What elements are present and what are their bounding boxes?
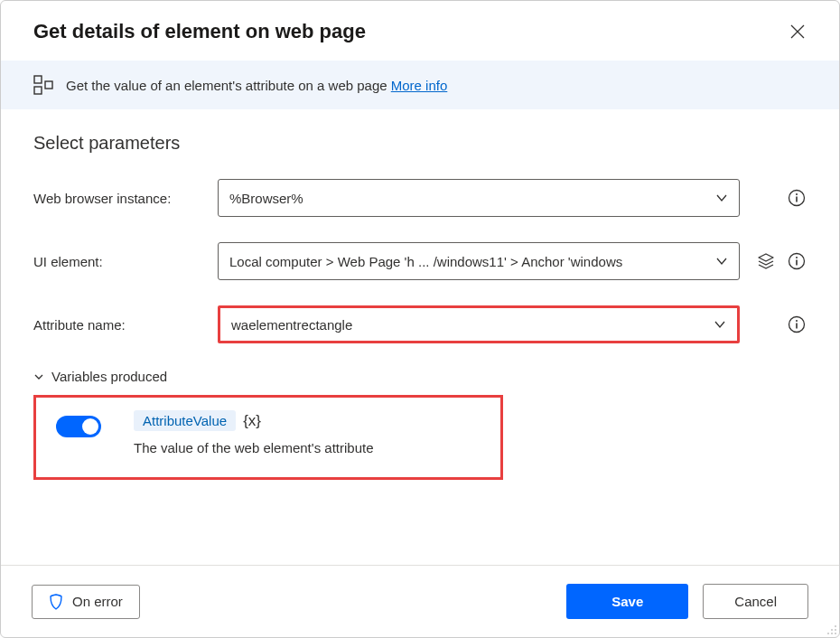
svg-point-12	[835, 625, 836, 627]
browser-value: %Browser%	[229, 191, 708, 206]
shield-icon	[49, 594, 63, 610]
close-button[interactable]	[783, 17, 812, 46]
svg-rect-2	[45, 81, 52, 89]
svg-rect-8	[796, 260, 798, 266]
svg-point-16	[831, 633, 833, 634]
info-text: Get the value of an element's attribute …	[66, 78, 391, 93]
variable-chip-row: AttributeValue {x}	[134, 410, 484, 431]
info-icon	[788, 189, 806, 207]
element-info-button[interactable]	[787, 251, 807, 271]
chevron-down-icon	[715, 192, 728, 204]
attribute-info-button[interactable]	[787, 314, 807, 334]
variables-header-label: Variables produced	[51, 369, 167, 384]
footer-right: Save Cancel	[566, 584, 808, 619]
info-bar: Get the value of an element's attribute …	[1, 61, 839, 109]
browser-label: Web browser instance:	[33, 191, 205, 206]
info-text-container: Get the value of an element's attribute …	[66, 78, 447, 93]
browser-control: %Browser%	[218, 179, 740, 217]
svg-point-14	[835, 633, 836, 634]
param-row-attribute: Attribute name: waelementrectangle	[33, 305, 807, 343]
browser-info-button[interactable]	[787, 188, 807, 208]
svg-point-10	[796, 320, 798, 322]
attribute-select[interactable]: waelementrectangle	[218, 305, 740, 343]
grid-icon	[33, 75, 53, 95]
svg-point-4	[796, 193, 798, 195]
on-error-button[interactable]: On error	[32, 585, 140, 619]
variable-toggle[interactable]	[56, 416, 101, 437]
svg-point-13	[835, 629, 836, 631]
svg-rect-5	[796, 197, 798, 202]
svg-point-15	[831, 629, 833, 631]
dialog-body: Select parameters Web browser instance: …	[1, 109, 839, 565]
dialog: Get details of element on web page Get t…	[0, 0, 840, 638]
svg-rect-0	[34, 76, 42, 83]
resize-grip-icon[interactable]	[825, 623, 837, 635]
element-picker-button[interactable]	[756, 251, 776, 271]
attribute-control: waelementrectangle	[218, 305, 740, 343]
param-row-element: UI element: Local computer > Web Page 'h…	[33, 242, 807, 280]
variables-section: Variables produced AttributeValue {x} Th…	[33, 369, 807, 480]
variables-header[interactable]: Variables produced	[33, 369, 807, 384]
attribute-value: waelementrectangle	[231, 317, 706, 333]
param-row-browser: Web browser instance: %Browser%	[33, 179, 807, 217]
element-control: Local computer > Web Page 'h ... /window…	[218, 242, 740, 280]
layers-icon	[757, 252, 775, 270]
variable-description: The value of the web element's attribute	[134, 440, 484, 455]
svg-point-7	[796, 257, 798, 258]
svg-rect-1	[34, 87, 42, 94]
info-icon	[788, 315, 806, 333]
dialog-header: Get details of element on web page	[1, 1, 839, 61]
info-icon	[788, 252, 806, 270]
section-title: Select parameters	[33, 133, 807, 154]
variable-symbol: {x}	[243, 412, 261, 430]
on-error-label: On error	[72, 594, 123, 609]
dialog-title: Get details of element on web page	[33, 20, 366, 43]
more-info-link[interactable]: More info	[391, 78, 448, 93]
save-button[interactable]: Save	[566, 584, 688, 619]
chevron-down-icon	[715, 255, 728, 267]
svg-point-17	[827, 633, 829, 634]
chevron-down-icon	[714, 318, 726, 331]
attribute-label: Attribute name:	[33, 317, 205, 333]
dialog-footer: On error Save Cancel	[1, 565, 839, 637]
variable-details: AttributeValue {x} The value of the web …	[134, 410, 484, 455]
cancel-button[interactable]: Cancel	[703, 584, 808, 619]
element-label: UI element:	[33, 254, 205, 269]
element-value: Local computer > Web Page 'h ... /window…	[229, 254, 708, 269]
browser-select[interactable]: %Browser%	[218, 179, 740, 217]
variable-chip[interactable]: AttributeValue	[134, 410, 236, 431]
variables-content: AttributeValue {x} The value of the web …	[33, 395, 503, 480]
chevron-down-icon	[33, 371, 44, 382]
element-select[interactable]: Local computer > Web Page 'h ... /window…	[218, 242, 740, 280]
close-icon	[790, 24, 805, 39]
svg-rect-11	[796, 324, 798, 329]
